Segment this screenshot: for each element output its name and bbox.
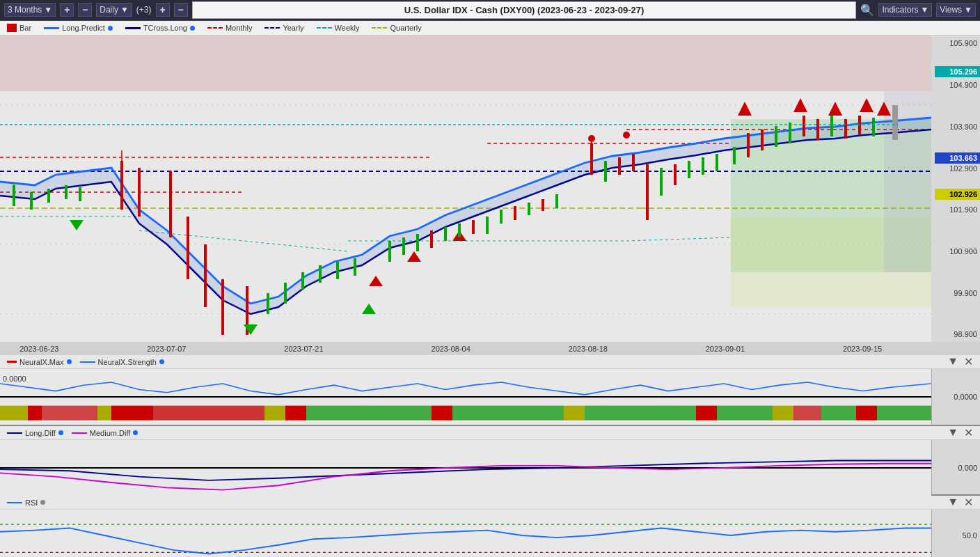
neuralx-strength-label: NeuralX.Strength <box>98 358 157 366</box>
rsi-panel-close[interactable]: ✕ <box>964 496 973 509</box>
yearly-label: Yearly <box>283 24 303 32</box>
main-chart-svg <box>0 36 931 342</box>
neural-y-value: 0.0000 <box>954 393 977 401</box>
neural-panel-controls[interactable]: ▼ ✕ <box>947 355 973 368</box>
svg-rect-61 <box>153 406 264 421</box>
svg-rect-69 <box>696 406 717 421</box>
long-diff-swatch <box>7 432 22 434</box>
rsi-panel-body: 50.0 <box>0 510 980 557</box>
bull-arrow-1 <box>362 304 376 314</box>
legend-item-weekly: Weekly <box>317 24 360 32</box>
indicators-dropdown[interactable]: Indicators ▼ <box>878 3 932 17</box>
yearly-swatch <box>264 27 280 29</box>
neural-panel-header: NeuralX.Max NeuralX.Strength ▼ ✕ <box>0 355 980 369</box>
price-level-5: 101.900 <box>934 205 977 214</box>
resistance-zone <box>0 36 931 91</box>
weekly-label: Weekly <box>335 24 360 32</box>
rsi-legend: RSI <box>7 499 45 507</box>
svg-rect-71 <box>773 406 793 421</box>
bear-indicator-2 <box>623 132 630 139</box>
neuralx-strength-swatch <box>80 361 95 363</box>
chart-canvas[interactable] <box>0 36 931 342</box>
neuralx-max-dot <box>67 359 72 364</box>
neural-panel-collapse[interactable]: ▼ <box>947 355 958 368</box>
price-badge-103: 103.663 <box>935 152 980 164</box>
timeframe-dropdown[interactable]: 3 Months ▼ <box>4 3 56 17</box>
offset-minus-button[interactable]: − <box>174 3 188 17</box>
legend-item-bar: Bar <box>7 24 31 32</box>
svg-rect-70 <box>717 406 773 421</box>
svg-rect-74 <box>856 406 877 421</box>
price-axis: 105.900 104.900 103.900 102.900 101.900 … <box>931 36 980 342</box>
diff-panel-collapse[interactable]: ▼ <box>947 426 958 439</box>
search-icon[interactable]: 🔍 <box>860 3 874 17</box>
svg-rect-59 <box>97 406 111 421</box>
price-level-2: 104.900 <box>934 81 977 89</box>
timeframe-plus-button[interactable]: + <box>60 3 74 17</box>
views-label: Views <box>940 5 962 15</box>
interval-dropdown[interactable]: Daily ▼ <box>96 3 132 17</box>
svg-rect-62 <box>264 406 285 421</box>
svg-rect-68 <box>585 406 696 421</box>
neural-panel: NeuralX.Max NeuralX.Strength ▼ ✕ 0.0000 <box>0 355 980 425</box>
time-label-2: 2023-07-07 <box>147 345 186 353</box>
long-predict-dot <box>108 26 113 31</box>
long-diff-label: Long.Diff <box>25 429 56 437</box>
rsi-panel-collapse[interactable]: ▼ <box>947 496 958 509</box>
timeframe-minus-button[interactable]: − <box>78 3 92 17</box>
svg-rect-63 <box>285 406 306 421</box>
price-level-3: 103.900 <box>934 123 977 131</box>
price-badge-105-value: 105.296 <box>949 68 977 76</box>
rsi-panel-controls[interactable]: ▼ ✕ <box>947 496 973 509</box>
weekly-swatch <box>317 27 332 29</box>
legend-item-yearly: Yearly <box>264 24 303 32</box>
long-diff-legend: Long.Diff <box>7 429 63 437</box>
svg-rect-60 <box>111 406 153 421</box>
medium-diff-label: Medium.Diff <box>90 429 130 437</box>
rsi-label: RSI <box>25 499 38 507</box>
interval-label: Daily <box>100 5 118 15</box>
rsi-panel: RSI ▼ ✕ 50.0 <box>0 494 980 557</box>
neural-panel-close[interactable]: ✕ <box>964 355 973 368</box>
neuralx-max-legend: NeuralX.Max <box>7 358 72 366</box>
time-label-7: 2023-09-15 <box>843 345 882 353</box>
rsi-y-value: 50.0 <box>963 531 977 540</box>
long-predict-label: Long.Predict <box>62 24 105 32</box>
diff-panel-close[interactable]: ✕ <box>964 426 973 439</box>
bear-arrow-1 <box>369 276 383 286</box>
bear-arrow-2 <box>407 251 421 262</box>
bar-swatch <box>7 24 17 32</box>
long-diff-curve <box>0 460 931 480</box>
svg-rect-58 <box>42 406 97 421</box>
diff-y-value: 0.000 <box>958 464 977 472</box>
svg-rect-73 <box>821 406 856 421</box>
rsi-swatch <box>7 502 22 503</box>
interval-arrow: ▼ <box>120 5 129 15</box>
neural-panel-body: 0.0000 <box>0 369 980 425</box>
diff-panel-controls[interactable]: ▼ ✕ <box>947 426 973 439</box>
medium-diff-dot <box>133 430 138 435</box>
bear-arrow-r1 <box>738 102 752 116</box>
indicators-arrow: ▼ <box>920 5 928 15</box>
offset-plus-button[interactable]: + <box>156 3 170 17</box>
bar-label: Bar <box>19 24 31 32</box>
medium-diff-legend: Medium.Diff <box>72 429 138 437</box>
diff-panel-header: Long.Diff Medium.Diff ▼ ✕ <box>0 426 980 440</box>
chart-title: U.S. Dollar IDX - Cash (DXY00) (2023-06-… <box>192 1 857 19</box>
bear-arrow-r3 <box>828 102 842 116</box>
diff-y-axis: 0.000 <box>931 440 980 496</box>
rsi-panel-header: RSI ▼ ✕ <box>0 496 980 510</box>
neural-y-label: 0.0000 <box>3 375 26 383</box>
neuralx-max-swatch <box>7 361 17 363</box>
neural-y-axis: 0.0000 <box>931 369 980 425</box>
price-badge-103-value: 103.663 <box>949 154 977 162</box>
legend-item-long-predict: Long.Predict <box>44 24 113 32</box>
time-label-5: 2023-08-18 <box>569 345 608 353</box>
views-dropdown[interactable]: Views ▼ <box>936 3 976 17</box>
price-level-7: 99.900 <box>934 289 977 297</box>
svg-rect-64 <box>306 406 432 421</box>
neuralx-max-label: NeuralX.Max <box>19 358 64 366</box>
rsi-y-axis: 50.0 <box>931 510 980 557</box>
time-label-4: 2023-08-04 <box>432 345 471 353</box>
timeframe-label: 3 Months <box>8 5 42 15</box>
